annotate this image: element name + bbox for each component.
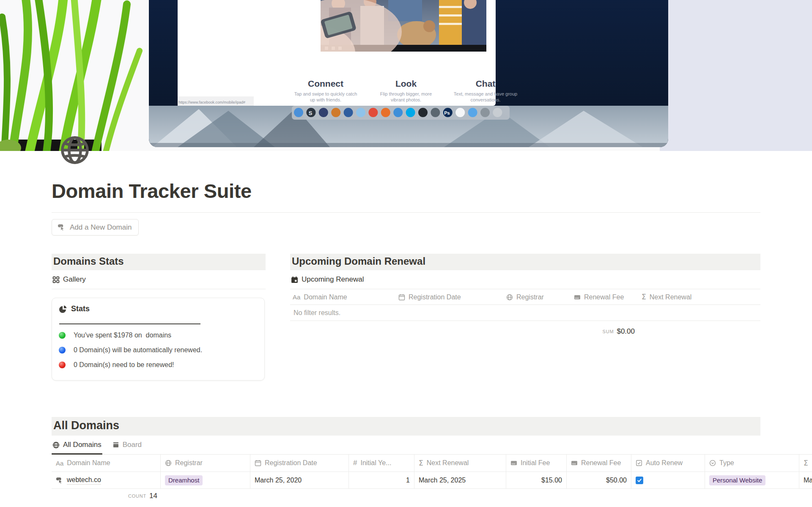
column-header-registrar[interactable]: Registrar (504, 293, 571, 301)
column-header-registrar[interactable]: Registrar (161, 455, 250, 471)
select-property-icon (709, 460, 716, 466)
stat-spent-text: You've spent $1978 on domains (74, 332, 171, 339)
stats-card-divider-line (59, 323, 200, 324)
dock-app-icon (344, 108, 353, 117)
dock-app-icon (393, 108, 403, 117)
column-header-domain-name[interactable]: Aa Domain Name (290, 293, 396, 301)
notion-page: { "page": { "title": "Domain Tracker Sui… (0, 0, 812, 507)
cell-next-renewal[interactable]: March 25, 2025 (414, 472, 506, 488)
column-header-domain-name[interactable]: Aa Domain Name (52, 455, 161, 471)
calendar-icon (291, 276, 298, 283)
tab-all-domains-label: All Domains (63, 441, 102, 449)
registrar-tag: Dreamhost (165, 475, 203, 485)
credit-card-icon (574, 294, 581, 301)
dock-app-icon (493, 108, 502, 117)
cell-domain-name[interactable]: webtech.co (52, 472, 161, 488)
cell-initial-years[interactable]: 1 (349, 472, 414, 488)
stat-item-auto-renew: 0 Domain(s) will be automatically renewe… (59, 346, 258, 354)
calendar-icon (255, 460, 261, 466)
stat-auto-renew-text: 0 Domain(s) will be automatically renewe… (74, 346, 202, 354)
all-domains-view-tabs: All Domains Board (52, 441, 812, 455)
dock-app-icon (455, 108, 465, 117)
svg-text:Flip through bigger, more: Flip through bigger, more (380, 91, 432, 96)
tab-board-label: Board (123, 441, 142, 449)
cover-chat-title: Chat (476, 79, 496, 88)
all-domains-table-header: Aa Domain Name Registrar Regi (52, 455, 812, 471)
credit-card-icon (571, 460, 578, 466)
svg-text:Text, message and have group: Text, message and have group (454, 91, 517, 96)
page-icon[interactable] (59, 134, 91, 166)
column-header-registration-date[interactable]: Registration Date (396, 293, 504, 301)
click-cursor-icon (58, 223, 66, 231)
globe-icon (52, 441, 60, 449)
globe-icon (165, 460, 172, 466)
stat-item-spent: You've spent $1978 on domains (59, 332, 258, 339)
count-aggregate[interactable]: COUNT 14 (52, 492, 161, 500)
domain-name-value[interactable]: webtech.co (67, 476, 101, 485)
sum-value: $0.00 (617, 327, 635, 336)
cell-registrar[interactable]: Dreamhost (161, 472, 250, 488)
column-header-registration-date[interactable]: Registration Date (250, 455, 349, 471)
gallery-grid-icon (52, 276, 60, 283)
domains-stats-section: Domains Stats Gallery Stats (52, 254, 266, 381)
svg-text:up with friends.: up with friends. (310, 97, 341, 102)
sum-label: SUM (603, 329, 614, 334)
sigma-formula-icon: Σ (642, 293, 646, 301)
checked-checkbox-icon[interactable] (636, 477, 643, 484)
dock-app-icon (368, 108, 378, 117)
add-new-domain-label: Add a New Domain (70, 223, 132, 232)
svg-text:S: S (309, 110, 313, 116)
upcoming-renewal-section: Upcoming Domain Renewal Upcoming Renewal… (290, 254, 760, 336)
all-domains-section: All Domains All Domains Board Aa Domain … (52, 417, 812, 500)
cover-look-title: Look (395, 79, 417, 88)
stat-item-need-renew: 0 Domain(s) need to be renewed! (59, 361, 258, 369)
cell-formula[interactable]: Ma (799, 472, 812, 488)
column-header-type[interactable]: Type (705, 455, 799, 471)
stats-card-title: Stats (71, 304, 90, 313)
column-header-renewal-fee[interactable]: Renewal Fee (571, 293, 639, 301)
cell-auto-renew[interactable] (631, 472, 705, 488)
column-header-renewal-fee[interactable]: Renewal Fee (567, 455, 631, 471)
pie-chart-icon (59, 305, 67, 313)
dock-app-icon (356, 108, 365, 117)
svg-text:conversations.: conversations. (471, 97, 501, 102)
click-cursor-icon (56, 477, 63, 484)
tab-upcoming-renewal[interactable]: Upcoming Renewal (291, 275, 364, 284)
dock-app-icon (431, 108, 440, 117)
column-header-next-renewal[interactable]: Σ Next Renewal (414, 455, 506, 471)
cover-connect-title: Connect (308, 79, 343, 88)
column-header-initial-fee[interactable]: Initial Fee (506, 455, 567, 471)
sum-aggregate[interactable]: SUM $0.00 (573, 327, 635, 336)
dock-app-icon (294, 108, 303, 117)
add-new-domain-button[interactable]: Add a New Domain (52, 219, 139, 236)
dock-app-icon (406, 108, 415, 117)
sigma-formula-icon: Σ (419, 460, 423, 467)
page-title: Domain Tracker Suite (52, 179, 252, 203)
dock-app-icon (468, 108, 477, 117)
gallery-view-tabs: Gallery (52, 275, 266, 289)
tab-board[interactable]: Board (112, 441, 142, 449)
no-filter-results-text: No filter results. (290, 305, 760, 321)
upcoming-view-tabs: Upcoming Renewal (290, 275, 760, 289)
tab-gallery-label: Gallery (63, 275, 86, 284)
cover-photo-illustration: Connect Tap and swipe to quickly catch u… (0, 0, 812, 151)
cell-registration-date[interactable]: March 25, 2020 (250, 472, 349, 488)
red-circle-icon (59, 362, 66, 368)
tab-gallery[interactable]: Gallery (52, 275, 86, 284)
column-header-initial-years[interactable]: # Initial Ye... (349, 455, 414, 471)
globe-icon (506, 294, 513, 301)
table-row[interactable]: webtech.co Dreamhost March 25, 2020 1 Ma… (52, 471, 812, 489)
tab-all-domains[interactable]: All Domains (52, 441, 102, 449)
cell-renewal-fee[interactable]: $50.00 (567, 472, 631, 488)
cell-type[interactable]: Personal Website (705, 472, 799, 488)
column-header-formula[interactable]: Σ (799, 455, 812, 471)
svg-text:vibrant photos.: vibrant photos. (391, 97, 421, 102)
all-domains-heading: All Domains (52, 417, 760, 436)
stats-gallery-card[interactable]: Stats You've spent $1978 on domains 0 Do… (52, 298, 265, 381)
calendar-icon (398, 294, 405, 301)
stat-need-renew-text: 0 Domain(s) need to be renewed! (74, 361, 174, 369)
count-value: 14 (149, 492, 157, 500)
column-header-next-renewal[interactable]: Σ Next Renewal (639, 293, 759, 301)
cell-initial-fee[interactable]: $15.00 (506, 472, 567, 488)
column-header-auto-renew[interactable]: Auto Renew (631, 455, 705, 471)
